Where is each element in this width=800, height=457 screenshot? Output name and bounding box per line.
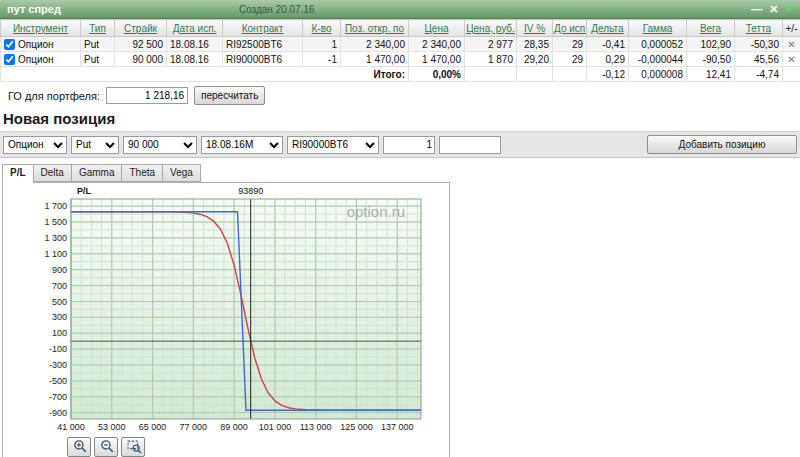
tab-gamma[interactable]: Gamma [71, 164, 122, 182]
zoom-out-icon [100, 439, 115, 454]
col-header-days[interactable]: До исп. [553, 20, 587, 37]
positions-body: ОпционPut92 50018.08.16RI92500BT612 340,… [1, 37, 800, 67]
zoom-out-button[interactable] [94, 437, 118, 457]
svg-text:93890: 93890 [238, 186, 263, 196]
col-header-contract[interactable]: Контракт [223, 20, 303, 37]
table-row: ОпционPut92 50018.08.16RI92500BT612 340,… [1, 37, 800, 52]
new-position-type-select[interactable]: Put [71, 136, 119, 154]
col-header-strike[interactable]: Страйк [115, 20, 167, 37]
col-header-pos-open[interactable]: Поз. откр. по [341, 20, 409, 37]
delete-row-icon[interactable]: ✕ [783, 37, 800, 52]
add-window-icon[interactable]: + [785, 0, 793, 18]
cell-theta: 45,56 [735, 52, 783, 67]
col-header-gamma[interactable]: Гамма [629, 20, 687, 37]
cell-instrument: Опцион [1, 52, 81, 67]
col-header-qty[interactable]: К-во [303, 20, 341, 37]
cell-strike: 92 500 [115, 37, 167, 52]
quantity-input[interactable] [383, 136, 435, 154]
new-position-strike-select[interactable]: 90 000 [123, 136, 197, 154]
cell-type: Put [81, 37, 115, 52]
zoom-in-button[interactable] [67, 437, 91, 457]
new-position-instrument-select[interactable]: Опцион [3, 136, 67, 154]
instrument-label: Опцион [18, 39, 54, 50]
add-position-button[interactable]: Добавить позицию [647, 135, 797, 154]
svg-text:-500: -500 [49, 376, 67, 386]
zoom-window-button[interactable] [121, 437, 145, 457]
cell-type: Put [81, 52, 115, 67]
table-header-row: Инструмент Тип Страйк Дата исп. Контракт… [1, 20, 800, 37]
new-position-heading: Новая позиция [3, 110, 800, 127]
svg-text:500: 500 [52, 297, 67, 307]
pl-chart: option.ru938901 7001 5001 3001 100900700… [7, 185, 449, 435]
cell-gamma: 0,000052 [629, 37, 687, 52]
svg-text:-700: -700 [49, 392, 67, 402]
cell-days: 29 [553, 52, 587, 67]
row-checkbox[interactable] [4, 39, 15, 50]
col-header-theta[interactable]: Тетта [735, 20, 783, 37]
cell-price_rub: 2 977 [465, 37, 517, 52]
cell-iv: 28,35 [517, 37, 553, 52]
cell-pos_open: 2 340,00 [341, 37, 409, 52]
cell-qty: -1 [303, 52, 341, 67]
positions-table: Инструмент Тип Страйк Дата исп. Контракт… [0, 19, 800, 82]
tab-pl[interactable]: P/L [2, 164, 33, 183]
instrument-label: Опцион [18, 54, 54, 65]
recalculate-button[interactable]: пересчитать [194, 86, 265, 105]
col-header-plus-minus[interactable]: +/- [783, 20, 800, 37]
svg-text:77 000: 77 000 [180, 422, 208, 432]
svg-text:113 000: 113 000 [300, 422, 332, 432]
window-created-label: Создан 20.07.16 [239, 4, 315, 15]
svg-text:900: 900 [52, 265, 67, 275]
tab-theta[interactable]: Theta [121, 164, 162, 182]
window-titlebar: пут спред Создан 20.07.16 — ✕ + [0, 0, 800, 19]
cell-gamma: -0,000044 [629, 52, 687, 67]
col-header-vega[interactable]: Вега [687, 20, 735, 37]
cell-vega: -90,50 [687, 52, 735, 67]
col-header-type[interactable]: Тип [81, 20, 115, 37]
delete-row-icon[interactable]: ✕ [783, 52, 800, 67]
svg-text:89 000: 89 000 [220, 422, 248, 432]
cell-qty: 1 [303, 37, 341, 52]
tab-vega[interactable]: Vega [162, 164, 201, 182]
svg-text:1 700: 1 700 [44, 201, 67, 211]
svg-text:700: 700 [52, 281, 67, 291]
col-header-iv[interactable]: IV % [517, 20, 553, 37]
zoom-in-icon [73, 439, 88, 454]
close-icon[interactable]: ✕ [769, 0, 778, 18]
cell-strike: 90 000 [115, 52, 167, 67]
svg-text:-900: -900 [49, 408, 67, 418]
totals-vega: 12,41 [687, 67, 735, 82]
cell-price: 2 340,00 [409, 37, 465, 52]
new-position-contract-select[interactable]: RI90000BT6 [287, 136, 379, 154]
chart-panel: option.ru938901 7001 5001 3001 100900700… [2, 182, 450, 457]
svg-text:101 000: 101 000 [259, 422, 292, 432]
table-row: ОпционPut90 00018.08.16RI90000BT6-11 470… [1, 52, 800, 67]
new-position-expiry-select[interactable]: 18.08.16M [201, 136, 283, 154]
totals-delta: -0,12 [587, 67, 629, 82]
col-header-instrument[interactable]: Инструмент [1, 20, 81, 37]
tab-delta[interactable]: Delta [33, 164, 71, 182]
col-header-delta[interactable]: Дельта [587, 20, 629, 37]
portfolio-go-value[interactable] [106, 87, 188, 104]
cell-vega: 102,90 [687, 37, 735, 52]
totals-theta: -4,74 [735, 67, 783, 82]
totals-gamma: 0,000008 [629, 67, 687, 82]
col-header-price-rub[interactable]: Цена, руб. [465, 20, 517, 37]
svg-text:-100: -100 [49, 344, 67, 354]
window-controls: — ✕ + [751, 0, 800, 18]
cell-contract: RI90000BT6 [223, 52, 303, 67]
col-header-price[interactable]: Цена [409, 20, 465, 37]
extra-input[interactable] [439, 136, 501, 154]
svg-text:1 300: 1 300 [44, 233, 67, 243]
col-header-expiry[interactable]: Дата исп. [167, 20, 223, 37]
svg-text:65 000: 65 000 [139, 422, 167, 432]
svg-text:1 500: 1 500 [44, 217, 67, 227]
totals-pct: 0,00% [409, 67, 465, 82]
new-position-row: ОпционPut90 00018.08.16MRI90000BT6 Добав… [0, 131, 800, 158]
row-checkbox[interactable] [4, 54, 15, 65]
totals-row: Итого: 0,00% -0,12 0,000008 12,41 -4,74 [1, 67, 800, 82]
svg-text:125 000: 125 000 [340, 422, 373, 432]
zoom-window-icon [127, 439, 142, 454]
window-title: пут спред [0, 3, 61, 15]
minimize-icon[interactable]: — [751, 0, 762, 18]
